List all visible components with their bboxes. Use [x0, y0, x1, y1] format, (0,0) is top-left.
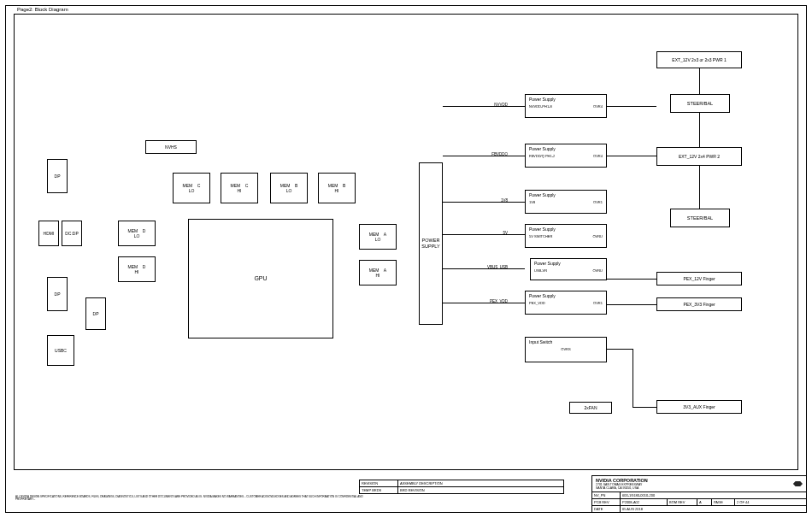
ps-vbus-usb: Power Supply USB-VROVRU: [530, 258, 607, 280]
wire: [607, 304, 656, 305]
wire: [699, 166, 700, 209]
block-ext-pwr2: EXT_12V 2x4 PWR 2: [656, 147, 742, 166]
ps-sub: FBVDD/Q PH1-2: [529, 154, 555, 158]
ps-5v: Power Supply 5V SWITCHEROVRU: [525, 224, 607, 248]
wire: [443, 268, 525, 269]
block-mem-d-hi: MEM D HI: [118, 256, 156, 282]
wire: [607, 106, 656, 107]
wire: [443, 303, 525, 303]
page-l: PAGE: [711, 499, 734, 505]
ps-ovr: OVR1: [593, 200, 603, 204]
block-power-supply: POWER SUPPLY: [419, 162, 443, 325]
ps-title: Power Supply: [529, 146, 603, 151]
block-mem-a-hi: MEM A HI: [359, 260, 397, 285]
date-value: 05 AUG 2018: [620, 506, 806, 512]
ps-1v8: Power Supply 1V8OVR1: [525, 190, 607, 214]
ps-input-switch: Input Switch OVRS: [525, 337, 607, 362]
block-mem-d-lo: MEM D LO: [118, 221, 156, 246]
disclaimer: ALL NVIDIA DESIGN SPECIFICATIONS, REFERE…: [15, 496, 368, 501]
ps-nvvdd: Power Supply NVVDD-PH1-8OVR4: [525, 94, 607, 118]
connector-usbc: USBC: [47, 335, 74, 366]
nvpn-value: 600-1G180-0010-200: [620, 492, 806, 498]
block-steer1: STEER/BAL: [670, 94, 730, 113]
ps-sub: USB-VR: [534, 268, 547, 273]
ps-title: Power Supply: [534, 261, 603, 266]
nvidia-logo-icon: [791, 480, 803, 488]
block-nvhs: NVHS: [145, 140, 197, 154]
wire: [607, 349, 633, 350]
block-mem-b-lo: MEM B LO: [270, 173, 308, 203]
ps-ovr: OVR4: [593, 154, 603, 158]
page-title: Page2: Block Diagram: [17, 7, 68, 12]
ps-sub: 1V8: [529, 200, 535, 204]
block-ext-pwr1: EXT_12V 2x3 or 2x3 PWR 1: [656, 51, 742, 68]
ps-sub: OVRS: [561, 347, 570, 351]
nvpn-label: NV_PN: [592, 492, 620, 498]
rev-h2: ASSEMBLY DESCRIPTION: [397, 480, 563, 486]
connector-dp2: DP: [47, 277, 68, 311]
ps-title: Input Switch: [529, 339, 603, 344]
ps-title: Power Supply: [529, 97, 603, 102]
ps-title: Power Supply: [529, 227, 603, 232]
ps-sub: NVVDD-PH1-8: [529, 104, 552, 109]
ps-pex-vdd: Power Supply PEX_VDDOVR1: [525, 291, 607, 315]
date-label: DATE: [592, 506, 620, 512]
wire: [607, 279, 656, 280]
ps-ovr: OVRU: [592, 268, 603, 273]
corp-addr2: SANTA CLARA, CA 95050, USA: [596, 486, 648, 490]
wire: [633, 407, 656, 408]
block-mem-b-hi: MEM B HI: [318, 173, 356, 203]
block-fan: 2xFAN: [569, 402, 612, 414]
wire: [443, 156, 525, 156]
rev-c2: BRD REVISION: [397, 487, 563, 493]
rev-c1: TEMP BRDS: [360, 487, 397, 493]
wire: [633, 349, 633, 407]
wire: [699, 113, 700, 147]
ps-title: Power Supply: [529, 192, 603, 197]
bom-label: BOM REV: [667, 499, 697, 505]
ps-ovr: OVR1: [593, 301, 603, 305]
block-steer2: STEER/BAL: [670, 209, 730, 227]
block-gpu: GPU: [188, 219, 333, 338]
ps-fbvddq: Power Supply FBVDD/Q PH1-2OVR4: [525, 144, 607, 168]
ps-title: Power Supply: [529, 293, 603, 298]
ps-sub: 5V SWITCHER: [529, 234, 552, 238]
wire: [607, 156, 656, 156]
wire: [443, 234, 525, 235]
title-block: NVIDIA CORPORATION 2701 SAN TOMAS EXPRES…: [591, 475, 807, 513]
block-mem-c-lo: MEM C LO: [173, 173, 210, 203]
block-pex12v: PEX_12V Finger: [656, 272, 742, 285]
pcb-label: PCB REV: [592, 499, 620, 505]
wire: [443, 202, 525, 203]
block-pex3v3: PEX_3V3 Finger: [656, 297, 742, 311]
ps-sub: PEX_VDD: [529, 301, 545, 305]
block-aux3v3: 3V3_AUX Finger: [656, 400, 742, 414]
revision-table: REVISIONASSEMBLY DESCRIPTION TEMP BRDSBR…: [359, 480, 564, 494]
page-v: 2 OF 44: [734, 499, 806, 505]
block-mem-c-hi: MEM C HI: [221, 173, 258, 203]
wire: [443, 106, 525, 107]
rev-h1: REVISION: [360, 480, 397, 486]
block-mem-a-lo: MEM A LO: [359, 224, 397, 250]
connector-dp3: DP: [85, 297, 106, 330]
connector-hdmi: HDMI: [38, 221, 59, 246]
connector-dcdp: DC:DP: [62, 221, 82, 246]
wire: [699, 68, 700, 94]
ps-ovr: OVR4: [593, 104, 603, 109]
bom-value: A: [697, 499, 711, 505]
ps-ovr: OVRU: [592, 234, 603, 238]
connector-dp1: DP: [47, 159, 68, 193]
sheet: Page2: Block Diagram DP HDMI DC:DP DP DP…: [0, 0, 812, 518]
pcb-value: P2008-A02: [620, 499, 667, 505]
